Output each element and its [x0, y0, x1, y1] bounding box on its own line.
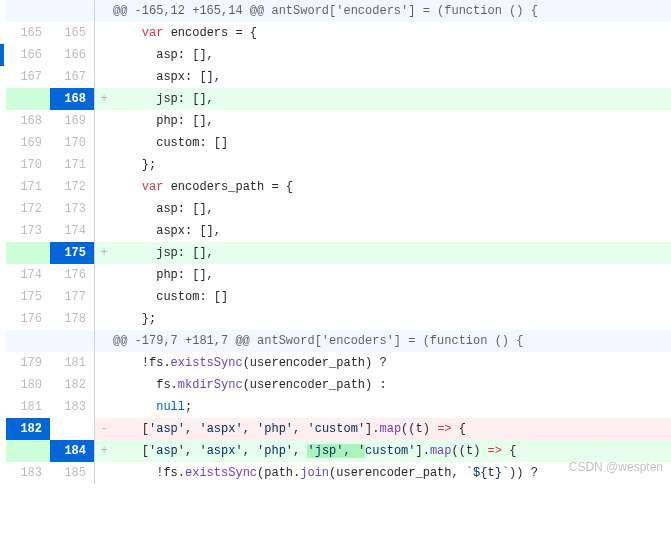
diff-table: @@ -165,12 +165,14 @@ antSword['encoders…	[0, 0, 671, 484]
diff-line[interactable]: 169170 custom: []	[0, 132, 671, 154]
diff-marker	[95, 44, 113, 66]
diff-marker: +	[95, 242, 113, 264]
old-line-number[interactable]: 182	[6, 418, 50, 440]
old-line-number[interactable]	[6, 88, 50, 110]
old-line-number[interactable]: 168	[6, 110, 50, 132]
new-line-number[interactable]: 176	[50, 264, 94, 286]
diff-line[interactable]: 175+ jsp: [],	[0, 242, 671, 264]
code-content: ['asp', 'aspx', 'php', 'jsp', 'custom'].…	[113, 440, 671, 462]
diff-marker	[95, 66, 113, 88]
diff-marker	[95, 286, 113, 308]
diff-line[interactable]: 176178 };	[0, 308, 671, 330]
diff-line[interactable]: 173174 aspx: [],	[0, 220, 671, 242]
old-line-number[interactable]	[6, 242, 50, 264]
diff-line[interactable]: 174176 php: [],	[0, 264, 671, 286]
new-line-number[interactable]: 171	[50, 154, 94, 176]
new-line-number[interactable]: 173	[50, 198, 94, 220]
code-content: fs.mkdirSync(userencoder_path) :	[113, 374, 671, 396]
code-content: php: [],	[113, 264, 671, 286]
hunk-header: @@ -165,12 +165,14 @@ antSword['encoders…	[0, 0, 671, 22]
diff-marker	[95, 22, 113, 44]
code-content: };	[113, 308, 671, 330]
old-line-number[interactable]: 174	[6, 264, 50, 286]
new-line-number[interactable]: 168	[50, 88, 94, 110]
new-line-number[interactable]: 169	[50, 110, 94, 132]
diff-line[interactable]: 165165 var encoders = {	[0, 22, 671, 44]
diff-line[interactable]: 175177 custom: []	[0, 286, 671, 308]
diff-marker	[95, 110, 113, 132]
diff-marker	[95, 462, 113, 484]
new-line-number[interactable]: 177	[50, 286, 94, 308]
new-line-number[interactable]: 165	[50, 22, 94, 44]
new-line-number[interactable]: 172	[50, 176, 94, 198]
diff-line[interactable]: 179181 !fs.existsSync(userencoder_path) …	[0, 352, 671, 374]
diff-marker	[95, 352, 113, 374]
diff-line[interactable]: 171172 var encoders_path = {	[0, 176, 671, 198]
old-line-number[interactable]: 170	[6, 154, 50, 176]
old-line-number[interactable]: 167	[6, 66, 50, 88]
old-line-number[interactable]: 172	[6, 198, 50, 220]
code-content: aspx: [],	[113, 66, 671, 88]
diff-line[interactable]: 182- ['asp', 'aspx', 'php', 'custom'].ma…	[0, 418, 671, 440]
diff-line[interactable]: 168169 php: [],	[0, 110, 671, 132]
diff-marker	[95, 132, 113, 154]
old-line-number[interactable]: 179	[6, 352, 50, 374]
new-line-number[interactable]: 166	[50, 44, 94, 66]
old-line-number[interactable]: 181	[6, 396, 50, 418]
new-line-number[interactable]: 167	[50, 66, 94, 88]
diff-marker	[95, 264, 113, 286]
diff-marker	[95, 176, 113, 198]
diff-marker: +	[95, 88, 113, 110]
hunk-header: @@ -179,7 +181,7 @@ antSword['encoders']…	[0, 330, 671, 352]
code-content: custom: []	[113, 286, 671, 308]
new-line-number[interactable]	[50, 418, 94, 440]
new-line-number[interactable]: 184	[50, 440, 94, 462]
new-line-number[interactable]: 182	[50, 374, 94, 396]
new-line-number[interactable]: 175	[50, 242, 94, 264]
diff-line[interactable]: 172173 asp: [],	[0, 198, 671, 220]
code-content: php: [],	[113, 110, 671, 132]
diff-line[interactable]: 184+ ['asp', 'aspx', 'php', 'jsp', 'cust…	[0, 440, 671, 462]
code-content: !fs.existsSync(userencoder_path) ?	[113, 352, 671, 374]
diff-marker	[95, 198, 113, 220]
new-line-number[interactable]: 178	[50, 308, 94, 330]
diff-line[interactable]: 167167 aspx: [],	[0, 66, 671, 88]
code-content: jsp: [],	[113, 88, 671, 110]
code-content: null;	[113, 396, 671, 418]
code-content: ['asp', 'aspx', 'php', 'custom'].map((t)…	[113, 418, 671, 440]
diff-marker	[95, 396, 113, 418]
selection-indicator	[0, 44, 4, 66]
new-line-number[interactable]: 170	[50, 132, 94, 154]
old-line-number[interactable]: 171	[6, 176, 50, 198]
new-line-number[interactable]: 185	[50, 462, 94, 484]
old-line-number[interactable]: 173	[6, 220, 50, 242]
diff-line[interactable]: 181183 null;	[0, 396, 671, 418]
new-line-number[interactable]: 181	[50, 352, 94, 374]
new-line-number[interactable]: 183	[50, 396, 94, 418]
diff-line[interactable]: 166166 asp: [],	[0, 44, 671, 66]
code-content: jsp: [],	[113, 242, 671, 264]
old-line-number[interactable]: 176	[6, 308, 50, 330]
old-line-number[interactable]: 175	[6, 286, 50, 308]
diff-marker: -	[95, 418, 113, 440]
diff-marker	[95, 374, 113, 396]
old-line-number[interactable]: 180	[6, 374, 50, 396]
new-line-number[interactable]: 174	[50, 220, 94, 242]
code-content: var encoders_path = {	[113, 176, 671, 198]
diff-line[interactable]: 183185 !fs.existsSync(path.join(userenco…	[0, 462, 671, 484]
old-line-number[interactable]: 183	[6, 462, 50, 484]
old-line-number[interactable]	[6, 440, 50, 462]
old-line-number[interactable]: 165	[6, 22, 50, 44]
code-content: asp: [],	[113, 44, 671, 66]
diff-line[interactable]: 168+ jsp: [],	[0, 88, 671, 110]
old-line-number[interactable]: 169	[6, 132, 50, 154]
diff-marker	[95, 308, 113, 330]
diff-marker	[95, 220, 113, 242]
code-content: };	[113, 154, 671, 176]
code-content: !fs.existsSync(path.join(userencoder_pat…	[113, 462, 671, 484]
code-content: asp: [],	[113, 198, 671, 220]
old-line-number[interactable]: 166	[6, 44, 50, 66]
code-content: custom: []	[113, 132, 671, 154]
diff-line[interactable]: 180182 fs.mkdirSync(userencoder_path) :	[0, 374, 671, 396]
diff-line[interactable]: 170171 };	[0, 154, 671, 176]
